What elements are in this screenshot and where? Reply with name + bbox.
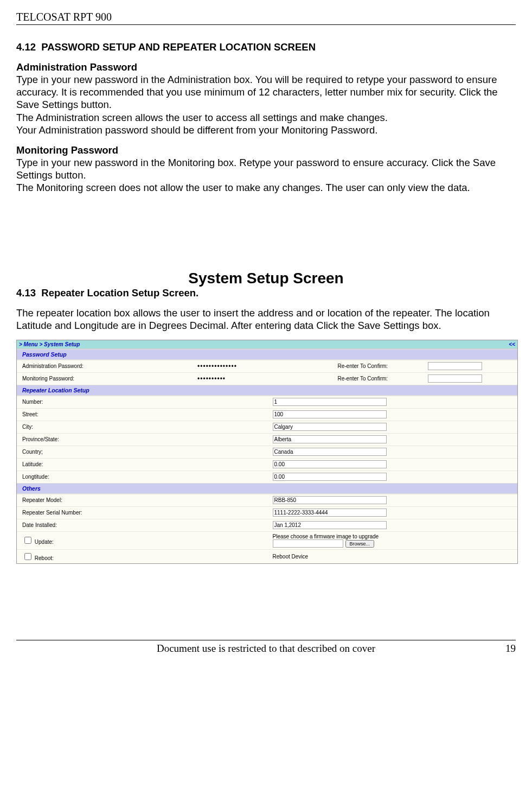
date-input[interactable] [273, 521, 387, 529]
street-label: Street: [17, 408, 267, 421]
repeater-location-header: Repeater Location Setup [17, 385, 517, 396]
section-412-title: PASSWORD SETUP AND REPEATER LOCATION SCR… [41, 41, 316, 53]
admin-reenter-label: Re-enter To Confirm: [332, 360, 422, 372]
latitude-input[interactable] [273, 460, 387, 468]
number-input[interactable] [273, 398, 387, 406]
header-rule [16, 24, 516, 25]
admin-password-p3: Your Administration password should be d… [16, 124, 516, 136]
admin-password-label: Administration Password: [17, 360, 192, 372]
update-text: Please choose a firmware image to upgrad… [273, 533, 379, 539]
date-label: Date Installed: [17, 519, 267, 531]
province-label: Province/State: [17, 433, 267, 446]
admin-reenter-input[interactable] [428, 362, 482, 370]
monitoring-password-label: Monitoring Password: [17, 372, 192, 385]
system-setup-screenshot: > Menu > System Setup << Password Setup … [16, 340, 518, 564]
others-header: Others [17, 483, 517, 494]
update-checkbox[interactable] [24, 537, 31, 544]
monitoring-password-value: •••••••••• [192, 372, 332, 385]
street-input[interactable] [273, 410, 387, 418]
monitoring-password-p1: Type in your new password in the Monitor… [16, 156, 516, 181]
model-input[interactable] [273, 496, 387, 504]
longitude-label: Longtitude: [17, 471, 267, 483]
latitude-label: Latitude: [17, 458, 267, 471]
serial-input[interactable] [273, 509, 387, 517]
system-setup-title: System Setup Screen [16, 270, 516, 287]
number-label: Number: [17, 396, 267, 408]
city-input[interactable] [273, 423, 387, 431]
monitoring-password-heading: Monitoring Password [16, 144, 516, 156]
section-412-number: 4.12 [16, 41, 36, 53]
monitoring-reenter-input[interactable] [428, 374, 482, 383]
footer-text: Document use is restricted to that descr… [38, 643, 494, 655]
reboot-label: Reboot: [35, 555, 54, 561]
update-label: Update: [35, 539, 54, 545]
section-413-p1: The repeater location box allows the use… [16, 307, 516, 332]
breadcrumb[interactable]: > Menu > System Setup [19, 341, 80, 347]
browse-button[interactable]: Browse... [345, 540, 375, 548]
collapse-icon[interactable]: << [509, 341, 515, 347]
admin-password-heading: Administration Password [16, 61, 516, 73]
document-header: TELCOSAT RPT 900 [16, 11, 516, 23]
section-413-title: Repeater Location Setup Screen. [41, 287, 198, 298]
admin-password-value: •••••••••••••• [192, 360, 332, 372]
serial-label: Repeater Serial Number: [17, 506, 267, 519]
monitoring-password-p2: The Monitoring screen does not allow the… [16, 181, 516, 194]
admin-password-p1: Type in your new password in the Adminis… [16, 73, 516, 111]
page-number: 19 [494, 643, 516, 655]
reboot-text: Reboot Device [267, 549, 518, 563]
reboot-row: Reboot: [22, 555, 54, 561]
country-input[interactable] [273, 448, 387, 456]
firmware-path-input[interactable] [273, 539, 343, 548]
update-row: Update: [22, 539, 54, 545]
password-setup-header: Password Setup [17, 349, 517, 360]
city-label: City: [17, 421, 267, 433]
reboot-checkbox[interactable] [24, 553, 31, 560]
country-label: Country; [17, 446, 267, 458]
monitoring-reenter-label: Re-enter To Confirm: [332, 372, 422, 385]
section-413-number: 4.13 [16, 287, 36, 299]
longitude-input[interactable] [273, 473, 387, 481]
admin-password-p2: The Administration screen allows the use… [16, 111, 516, 124]
model-label: Repeater Model: [17, 494, 267, 506]
province-input[interactable] [273, 435, 387, 443]
